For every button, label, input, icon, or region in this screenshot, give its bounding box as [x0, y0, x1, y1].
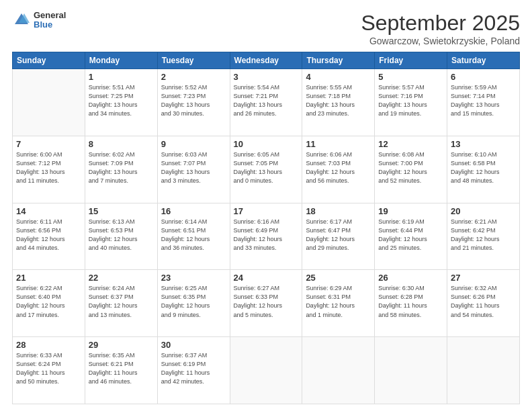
- day-info: Sunrise: 6:00 AMSunset: 7:12 PMDaylight:…: [16, 150, 81, 185]
- calendar-body: 1Sunrise: 5:51 AMSunset: 7:25 PMDaylight…: [13, 69, 520, 404]
- day-number: 6: [451, 72, 516, 82]
- calendar-title: September 2025: [361, 11, 520, 36]
- calendar-header: Sunday Monday Tuesday Wednesday Thursday…: [13, 52, 520, 69]
- day-cell: 18Sunrise: 6:17 AMSunset: 6:47 PMDayligh…: [302, 203, 375, 270]
- day-number: 8: [89, 139, 154, 149]
- logo-icon: [12, 11, 31, 30]
- day-number: 11: [306, 139, 371, 149]
- day-number: 30: [161, 340, 226, 350]
- day-cell: 29Sunrise: 6:35 AMSunset: 6:21 PMDayligh…: [85, 337, 157, 404]
- day-number: 18: [306, 206, 371, 216]
- day-number: 3: [234, 72, 299, 82]
- day-info: Sunrise: 5:51 AMSunset: 7:25 PMDaylight:…: [89, 83, 154, 118]
- day-cell: 20Sunrise: 6:21 AMSunset: 6:42 PMDayligh…: [447, 203, 520, 270]
- day-info: Sunrise: 6:19 AMSunset: 6:44 PMDaylight:…: [378, 218, 443, 253]
- day-cell: 19Sunrise: 6:19 AMSunset: 6:44 PMDayligh…: [375, 203, 447, 270]
- col-thursday: Thursday: [302, 52, 375, 69]
- day-info: Sunrise: 5:57 AMSunset: 7:16 PMDaylight:…: [378, 83, 443, 118]
- day-cell: 10Sunrise: 6:05 AMSunset: 7:05 PMDayligh…: [230, 136, 302, 203]
- day-cell: 2Sunrise: 5:52 AMSunset: 7:23 PMDaylight…: [157, 69, 230, 136]
- day-cell: 23Sunrise: 6:25 AMSunset: 6:35 PMDayligh…: [157, 270, 230, 337]
- day-number: 1: [89, 72, 154, 82]
- day-cell: [13, 69, 85, 136]
- day-number: 29: [89, 340, 154, 350]
- day-cell: 3Sunrise: 5:54 AMSunset: 7:21 PMDaylight…: [230, 69, 302, 136]
- day-info: Sunrise: 6:05 AMSunset: 7:05 PMDaylight:…: [234, 150, 299, 185]
- day-number: 23: [161, 273, 226, 283]
- calendar-subtitle: Gowarczow, Swietokrzyskie, Poland: [361, 36, 520, 46]
- day-cell: 13Sunrise: 6:10 AMSunset: 6:58 PMDayligh…: [447, 136, 520, 203]
- day-cell: 30Sunrise: 6:37 AMSunset: 6:19 PMDayligh…: [157, 337, 230, 404]
- day-cell: [447, 337, 520, 404]
- day-cell: [302, 337, 375, 404]
- day-info: Sunrise: 6:35 AMSunset: 6:21 PMDaylight:…: [89, 351, 154, 386]
- day-number: 7: [16, 139, 81, 149]
- page: General Blue September 2025 Gowarczow, S…: [0, 0, 532, 411]
- day-cell: 4Sunrise: 5:55 AMSunset: 7:18 PMDaylight…: [302, 69, 375, 136]
- day-number: 19: [378, 206, 443, 216]
- col-friday: Friday: [375, 52, 447, 69]
- day-number: 9: [161, 139, 226, 149]
- day-number: 16: [161, 206, 226, 216]
- day-number: 17: [234, 206, 299, 216]
- day-cell: 25Sunrise: 6:29 AMSunset: 6:31 PMDayligh…: [302, 270, 375, 337]
- day-info: Sunrise: 6:13 AMSunset: 6:53 PMDaylight:…: [89, 218, 154, 253]
- day-info: Sunrise: 6:37 AMSunset: 6:19 PMDaylight:…: [161, 351, 226, 386]
- day-info: Sunrise: 6:33 AMSunset: 6:24 PMDaylight:…: [16, 351, 81, 386]
- day-cell: [230, 337, 302, 404]
- day-number: 10: [234, 139, 299, 149]
- week-row-1: 1Sunrise: 5:51 AMSunset: 7:25 PMDaylight…: [13, 69, 520, 136]
- day-info: Sunrise: 6:30 AMSunset: 6:28 PMDaylight:…: [378, 284, 443, 319]
- day-number: 28: [16, 340, 81, 350]
- day-number: 14: [16, 206, 81, 216]
- day-cell: 26Sunrise: 6:30 AMSunset: 6:28 PMDayligh…: [375, 270, 447, 337]
- day-info: Sunrise: 6:25 AMSunset: 6:35 PMDaylight:…: [161, 284, 226, 319]
- logo-general-text: General: [34, 11, 66, 20]
- col-sunday: Sunday: [13, 52, 85, 69]
- day-number: 2: [161, 72, 226, 82]
- day-number: 15: [89, 206, 154, 216]
- day-info: Sunrise: 6:24 AMSunset: 6:37 PMDaylight:…: [89, 284, 154, 319]
- header-row: Sunday Monday Tuesday Wednesday Thursday…: [13, 52, 520, 69]
- day-number: 13: [451, 139, 516, 149]
- day-cell: 8Sunrise: 6:02 AMSunset: 7:09 PMDaylight…: [85, 136, 157, 203]
- col-wednesday: Wednesday: [230, 52, 302, 69]
- day-info: Sunrise: 6:11 AMSunset: 6:56 PMDaylight:…: [16, 218, 81, 253]
- day-info: Sunrise: 6:16 AMSunset: 6:49 PMDaylight:…: [234, 218, 299, 253]
- day-info: Sunrise: 6:17 AMSunset: 6:47 PMDaylight:…: [306, 218, 371, 253]
- day-number: 25: [306, 273, 371, 283]
- title-block: September 2025 Gowarczow, Swietokrzyskie…: [361, 11, 520, 46]
- col-tuesday: Tuesday: [157, 52, 230, 69]
- week-row-5: 28Sunrise: 6:33 AMSunset: 6:24 PMDayligh…: [13, 337, 520, 404]
- header: General Blue September 2025 Gowarczow, S…: [12, 11, 520, 46]
- day-cell: 5Sunrise: 5:57 AMSunset: 7:16 PMDaylight…: [375, 69, 447, 136]
- day-cell: 6Sunrise: 5:59 AMSunset: 7:14 PMDaylight…: [447, 69, 520, 136]
- day-info: Sunrise: 6:08 AMSunset: 7:00 PMDaylight:…: [378, 150, 443, 185]
- day-info: Sunrise: 5:54 AMSunset: 7:21 PMDaylight:…: [234, 83, 299, 118]
- col-saturday: Saturday: [447, 52, 520, 69]
- day-cell: [375, 337, 447, 404]
- day-number: 21: [16, 273, 81, 283]
- col-monday: Monday: [85, 52, 157, 69]
- week-row-2: 7Sunrise: 6:00 AMSunset: 7:12 PMDaylight…: [13, 136, 520, 203]
- logo-blue-text: Blue: [34, 20, 66, 30]
- day-info: Sunrise: 6:10 AMSunset: 6:58 PMDaylight:…: [451, 150, 516, 185]
- day-number: 22: [89, 273, 154, 283]
- day-cell: 7Sunrise: 6:00 AMSunset: 7:12 PMDaylight…: [13, 136, 85, 203]
- week-row-4: 21Sunrise: 6:22 AMSunset: 6:40 PMDayligh…: [13, 270, 520, 337]
- day-info: Sunrise: 5:59 AMSunset: 7:14 PMDaylight:…: [451, 83, 516, 118]
- day-number: 26: [378, 273, 443, 283]
- day-cell: 9Sunrise: 6:03 AMSunset: 7:07 PMDaylight…: [157, 136, 230, 203]
- day-info: Sunrise: 6:06 AMSunset: 7:03 PMDaylight:…: [306, 150, 371, 185]
- day-info: Sunrise: 6:29 AMSunset: 6:31 PMDaylight:…: [306, 284, 371, 319]
- day-cell: 16Sunrise: 6:14 AMSunset: 6:51 PMDayligh…: [157, 203, 230, 270]
- day-number: 5: [378, 72, 443, 82]
- day-cell: 14Sunrise: 6:11 AMSunset: 6:56 PMDayligh…: [13, 203, 85, 270]
- calendar-table: Sunday Monday Tuesday Wednesday Thursday…: [12, 52, 520, 404]
- day-number: 24: [234, 273, 299, 283]
- day-number: 20: [451, 206, 516, 216]
- day-info: Sunrise: 6:22 AMSunset: 6:40 PMDaylight:…: [16, 284, 81, 319]
- day-info: Sunrise: 6:21 AMSunset: 6:42 PMDaylight:…: [451, 218, 516, 253]
- day-info: Sunrise: 6:14 AMSunset: 6:51 PMDaylight:…: [161, 218, 226, 253]
- day-cell: 22Sunrise: 6:24 AMSunset: 6:37 PMDayligh…: [85, 270, 157, 337]
